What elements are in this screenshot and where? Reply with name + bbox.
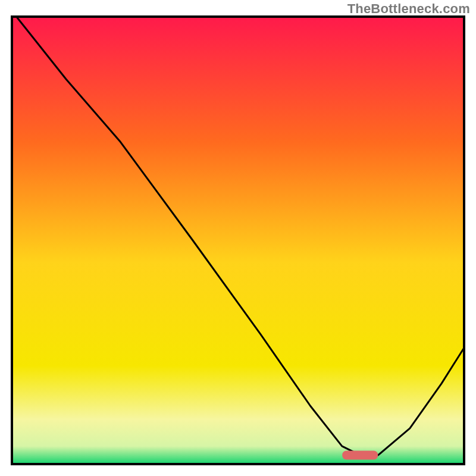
watermark-text: TheBottleneck.com: [347, 1, 470, 17]
chart-stage: TheBottleneck.com: [0, 0, 476, 476]
gradient-background: [12, 17, 464, 464]
optimal-marker: [342, 450, 378, 459]
chart-svg: [0, 0, 476, 476]
